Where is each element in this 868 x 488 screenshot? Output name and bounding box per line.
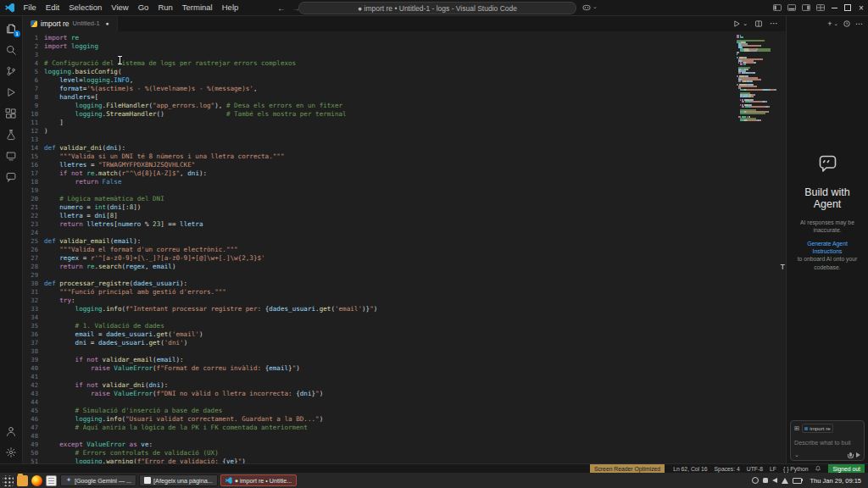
- tab-import-re[interactable]: import re Untitled-1 ●: [23, 15, 118, 31]
- run-dropdown-icon[interactable]: ⌄: [743, 20, 748, 26]
- copilot-menu[interactable]: ⌄: [581, 2, 598, 13]
- toggle-secondary-sidebar-icon[interactable]: [798, 0, 813, 15]
- code-line-29[interactable]: 29: [23, 271, 786, 280]
- taskbar-window[interactable]: ● import re • Untitle...: [220, 474, 298, 486]
- new-chat-icon[interactable]: +: [827, 20, 832, 28]
- chat-more-actions-icon[interactable]: ⋯: [855, 20, 863, 28]
- menu-selection[interactable]: Selection: [64, 0, 107, 15]
- battery-tray-icon[interactable]: [793, 478, 802, 484]
- menu-go[interactable]: Go: [133, 0, 153, 15]
- code-line-18[interactable]: 18 return False: [23, 178, 786, 186]
- code-line-36[interactable]: 36 email = dades_usuari.get('email'): [23, 330, 786, 339]
- context-chip[interactable]: import re: [802, 424, 832, 433]
- status-cursor-position[interactable]: Ln 62, Col 16: [673, 464, 707, 473]
- code-line-4[interactable]: 4# Configuració del sistema de logs per …: [23, 59, 786, 68]
- status-language[interactable]: { } Python: [783, 464, 808, 473]
- code-line-27[interactable]: 27 regex = r'^[a-z0-9]+[\._]?[a-z0-9]+[@…: [23, 254, 786, 263]
- code-line-17[interactable]: 17 if not re.match(r"^\d{8}[A-Z]$", dni)…: [23, 169, 786, 178]
- code-line-32[interactable]: 32 try:: [23, 297, 786, 305]
- source-control-icon[interactable]: [0, 60, 22, 81]
- code-line-8[interactable]: 8 handlers=[: [23, 93, 786, 102]
- files-launcher-icon[interactable]: [17, 475, 28, 486]
- menu-edit[interactable]: Edit: [41, 0, 64, 15]
- input-method-tray-icon[interactable]: [763, 478, 768, 483]
- status-encoding[interactable]: UTF-8: [747, 464, 763, 473]
- code-line-23[interactable]: 23 return lletres[numero % 23] == lletra: [23, 220, 786, 229]
- code-line-34[interactable]: 34: [23, 313, 786, 322]
- menu-view[interactable]: View: [107, 0, 133, 15]
- code-line-13[interactable]: 13: [23, 136, 786, 144]
- status-notifications[interactable]: [815, 464, 821, 473]
- code-line-20[interactable]: 20 # Lògica matemàtica del DNI: [23, 195, 786, 203]
- show-apps-launcher-icon[interactable]: [3, 475, 14, 486]
- code-line-48[interactable]: 48: [23, 432, 786, 441]
- run-and-debug-icon[interactable]: [0, 81, 22, 103]
- code-line-44[interactable]: 44: [23, 398, 786, 407]
- chat-history-icon[interactable]: [843, 19, 851, 28]
- status-screen-reader[interactable]: Screen Reader Optimized: [590, 464, 665, 473]
- code-line-41[interactable]: 41: [23, 373, 786, 381]
- code-editor[interactable]: 1import re2import logging34# Configuraci…: [23, 31, 786, 464]
- remote-explorer-icon[interactable]: [0, 145, 22, 166]
- code-line-28[interactable]: 28 return re.search(regex, email): [23, 263, 786, 271]
- code-line-39[interactable]: 39 if not validar_email(email):: [23, 356, 786, 364]
- menu-terminal[interactable]: Terminal: [177, 0, 217, 15]
- editor-more-actions-icon[interactable]: ⋯: [770, 19, 778, 28]
- code-line-19[interactable]: 19: [23, 186, 786, 195]
- network-tray-icon[interactable]: [782, 478, 788, 484]
- command-center[interactable]: ● import re • Untitled-1 - logs - Visual…: [298, 2, 576, 14]
- code-line-33[interactable]: 33 logging.info(f"Intentant processar re…: [23, 305, 786, 313]
- toggle-panel-icon[interactable]: [784, 0, 798, 15]
- close-button[interactable]: ×: [854, 0, 868, 15]
- accounts-icon[interactable]: [0, 420, 22, 441]
- code-line-10[interactable]: 10 logging.StreamHandler() # També els m…: [23, 110, 786, 119]
- menu-run[interactable]: Run: [153, 0, 177, 15]
- code-line-9[interactable]: 9 logging.FileHandler("app_errors.log"),…: [23, 102, 786, 110]
- extensions-icon[interactable]: [0, 103, 22, 124]
- code-line-40[interactable]: 40 raise ValueError(f"Format de correu i…: [23, 364, 786, 373]
- code-line-1[interactable]: 1import re: [23, 34, 786, 42]
- code-line-42[interactable]: 42 if not validar_dni(dni):: [23, 381, 786, 390]
- app-indicator-tray-icon[interactable]: [752, 477, 759, 484]
- code-line-2[interactable]: 2import logging: [23, 42, 786, 51]
- code-line-46[interactable]: 46 logging.info("Usuari validat correcta…: [23, 415, 786, 424]
- code-line-3[interactable]: 3: [23, 51, 786, 59]
- menu-file[interactable]: File: [19, 0, 41, 15]
- code-line-24[interactable]: 24: [23, 229, 786, 237]
- run-python-file-icon[interactable]: [732, 19, 741, 28]
- mic-icon[interactable]: [849, 452, 852, 457]
- toggle-primary-sidebar-icon[interactable]: [770, 0, 784, 15]
- chat-mode-select-icon[interactable]: ⌄: [794, 452, 799, 458]
- code-line-15[interactable]: 15 """Valida si un DNI té 8 números i un…: [23, 152, 786, 161]
- status-copilot-signed-out[interactable]: Signed out: [828, 464, 865, 473]
- status-indentation[interactable]: Spaces: 4: [715, 464, 740, 473]
- taskbar-window[interactable]: [Afegeix una pàgina...: [139, 474, 218, 486]
- add-context-icon[interactable]: ⊞: [794, 425, 799, 432]
- minimap[interactable]: [737, 35, 782, 121]
- code-line-37[interactable]: 37 dni = dades_usuari.get('dni'): [23, 339, 786, 347]
- code-line-26[interactable]: 26 """Valida el format d'un correu elect…: [23, 246, 786, 254]
- send-icon[interactable]: [856, 452, 860, 458]
- code-line-25[interactable]: 25def validar_email(email):: [23, 237, 786, 246]
- chat-input-placeholder[interactable]: Describe what to buil: [794, 439, 860, 446]
- new-chat-dropdown-icon[interactable]: ⌄: [834, 21, 838, 27]
- code-line-14[interactable]: 14def validar_dni(dni):: [23, 144, 786, 152]
- status-eol[interactable]: LF: [770, 464, 776, 473]
- code-line-45[interactable]: 45 # Simulació d'inserció a base de dade…: [23, 407, 786, 415]
- code-line-50[interactable]: 50 # Errors controlats de validació (UX): [23, 449, 786, 458]
- code-line-22[interactable]: 22 lletra = dni[8]: [23, 212, 786, 220]
- taskbar-window[interactable]: ✦[Google Gemini — ...: [60, 474, 136, 486]
- code-line-35[interactable]: 35 # 1. Validació de dades: [23, 322, 786, 330]
- testing-icon[interactable]: [0, 124, 22, 145]
- code-line-6[interactable]: 6 level=logging.INFO,: [23, 76, 786, 85]
- code-line-47[interactable]: 47 # Aquí aniria la lògica de la PK i FK…: [23, 424, 786, 432]
- code-line-5[interactable]: 5logging.basicConfig(: [23, 68, 786, 76]
- code-line-49[interactable]: 49 except ValueError as ve:: [23, 441, 786, 449]
- go-back-icon[interactable]: ←: [277, 3, 286, 13]
- code-line-7[interactable]: 7 format='%(asctime)s - %(levelname)s - …: [23, 85, 786, 93]
- chat-input-box[interactable]: ⊞ import re Describe what to buil ⌄: [790, 420, 865, 461]
- customize-layout-icon[interactable]: [813, 0, 827, 15]
- search-icon[interactable]: [0, 39, 22, 60]
- generate-agent-instructions-link[interactable]: Generate Agent Instructions: [793, 240, 862, 255]
- minimize-button[interactable]: [827, 0, 841, 15]
